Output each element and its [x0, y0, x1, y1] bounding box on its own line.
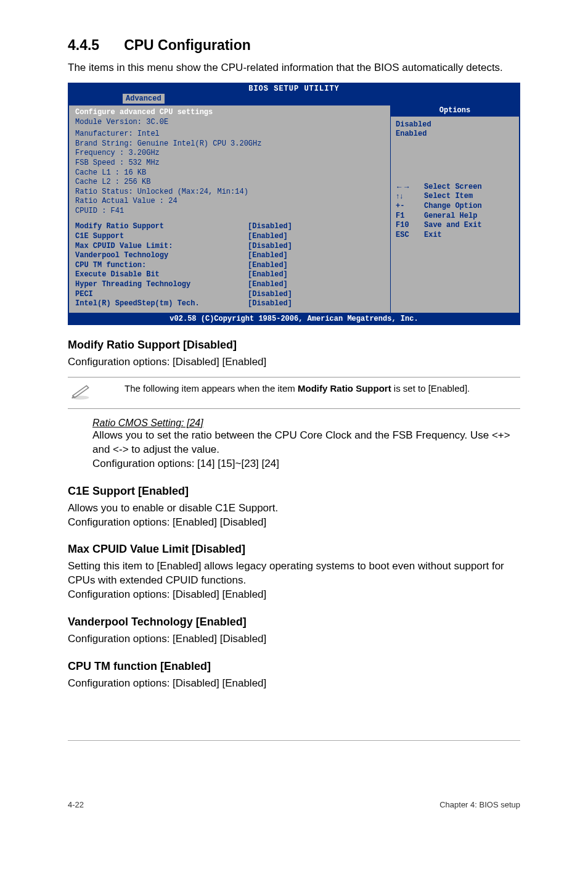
bios-setting-row: Max CPUID Value Limit:[Disabled]: [75, 242, 384, 252]
ratio-cmos-text: Allows you to set the ratio between the …: [92, 429, 520, 457]
bios-left-pane: Configure advanced CPU settings Module V…: [68, 105, 390, 313]
subheading-modify-ratio: Modify Ratio Support [Disabled]: [68, 339, 520, 352]
c1e-options: Configuration options: [Enabled] [Disabl…: [68, 516, 520, 530]
bios-config-header: Configure advanced CPU settings: [75, 108, 384, 118]
bios-module-version: Module Version: 3C.0E: [75, 118, 384, 128]
chapter-label: Chapter 4: BIOS setup: [439, 800, 520, 809]
bios-options-header: Options: [391, 105, 519, 117]
bios-tabs-row: Advanced: [68, 94, 520, 105]
bios-screenshot: BIOS SETUP UTILITY Advanced Configure ad…: [68, 83, 520, 325]
bios-setting-row: Intel(R) SpeedStep(tm) Tech.[Disabled]: [75, 299, 384, 309]
bios-setting-row: CPU TM function:[Enabled]: [75, 261, 384, 271]
subheading-c1e: C1E Support [Enabled]: [68, 485, 520, 498]
bios-setting-row: C1E Support[Enabled]: [75, 232, 384, 242]
intro-text: The items in this menu show the CPU-rela…: [68, 61, 520, 75]
page-number: 4-22: [68, 800, 84, 809]
cpuid-options: Configuration options: [Disabled] [Enabl…: [68, 588, 520, 602]
config-options: Configuration options: [Disabled] [Enabl…: [68, 355, 520, 369]
bios-copyright: v02.58 (C)Copyright 1985-2006, American …: [68, 313, 520, 324]
c1e-text: Allows you to enable or disable C1E Supp…: [68, 501, 520, 516]
bios-info-line: CPUID : F41: [75, 207, 384, 217]
bios-setting-row: PECI[Disabled]: [75, 290, 384, 300]
pencil-note-icon: [68, 382, 92, 403]
bios-info-line: Frequency : 3.20GHz: [75, 149, 384, 159]
bios-title: BIOS SETUP UTILITY: [68, 83, 520, 94]
subheading-cpuid: Max CPUID Value Limit [Disabled]: [68, 543, 520, 556]
section-number: 4.4.5: [68, 37, 99, 53]
bios-setting-row: Hyper Threading Technology[Enabled]: [75, 280, 384, 290]
note-text: The following item appears when the item…: [105, 382, 470, 395]
ratio-cmos-heading: Ratio CMOS Setting: [24]: [92, 418, 520, 429]
vanderpool-options: Configuration options: [Enabled] [Disabl…: [68, 632, 520, 646]
bios-info-line: Cache L1 : 16 KB: [75, 168, 384, 178]
page-footer: 4-22 Chapter 4: BIOS setup: [68, 796, 520, 809]
cpu-tm-options: Configuration options: [Disabled] [Enabl…: [68, 677, 520, 691]
bios-setting-row: Modify Ratio Support[Disabled]: [75, 222, 384, 232]
bios-setting-row: Vanderpool Technology[Enabled]: [75, 251, 384, 261]
section-heading: 4.4.5CPU Configuration: [68, 37, 520, 54]
bios-option: Disabled: [396, 120, 514, 130]
bios-right-pane: Options Disabled Enabled ←→Select Screen…: [390, 105, 520, 313]
bios-info-line: Brand String: Genuine Intel(R) CPU 3.20G…: [75, 139, 384, 149]
bios-info-line: Ratio Actual Value : 24: [75, 197, 384, 207]
bios-setting-row: Execute Disable Bit[Enabled]: [75, 270, 384, 280]
bios-info-line: Ratio Status: Unlocked (Max:24, Min:14): [75, 188, 384, 197]
bios-option: Enabled: [396, 130, 514, 139]
ratio-cmos-options: Configuration options: [14] [15]~[23] [2…: [92, 457, 520, 471]
subheading-vanderpool: Vanderpool Technology [Enabled]: [68, 616, 520, 629]
bios-tab-advanced: Advanced: [123, 94, 165, 104]
cpuid-text: Setting this item to [Enabled] allows le…: [68, 559, 520, 588]
section-title: CPU Configuration: [124, 37, 251, 53]
bios-nav-help: ←→Select Screen ↑↓Select Item +-Change O…: [396, 183, 514, 241]
bios-info-line: Manufacturer: Intel: [75, 130, 384, 139]
note-box: The following item appears when the item…: [68, 377, 520, 409]
bios-info-line: FSB Speed : 532 MHz: [75, 159, 384, 168]
bios-info-line: Cache L2 : 256 KB: [75, 178, 384, 188]
subheading-cpu-tm: CPU TM function [Enabled]: [68, 660, 520, 673]
